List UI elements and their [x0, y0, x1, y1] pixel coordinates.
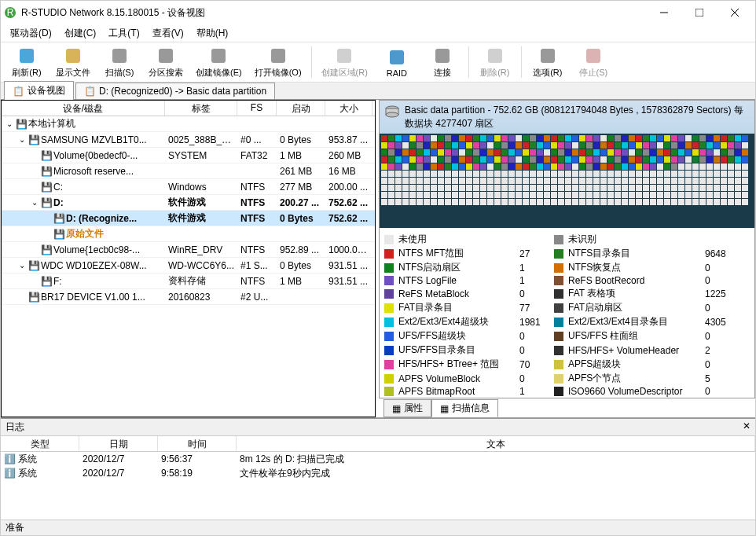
node-name: C:: [53, 182, 63, 193]
log-col-time[interactable]: 时间: [158, 436, 237, 451]
info-icon: ℹ️: [4, 468, 16, 479]
svg-rect-10: [211, 49, 226, 63]
tool-raid[interactable]: RAID: [376, 46, 418, 79]
col-device[interactable]: 设备/磁盘: [2, 101, 165, 116]
svg-point-20: [386, 112, 398, 117]
tree-row[interactable]: ⌄💾WDC WD10EZEX-08W...WD-WCC6Y6...#1 S...…: [2, 258, 375, 274]
svg-rect-3: [695, 9, 703, 17]
tool-label: 分区搜索: [149, 67, 183, 79]
partition-header: Basic data partition - 752.62 GB (808121…: [380, 101, 754, 134]
tool-scan[interactable]: 扫描(S): [98, 44, 141, 80]
cell-fs: NTFS: [237, 213, 277, 224]
legend-swatch: [554, 263, 563, 273]
col-fs[interactable]: FS: [237, 101, 277, 116]
tool-label: 创建镜像(E): [196, 67, 242, 79]
tool-folder[interactable]: 显示文件: [51, 44, 95, 80]
disk-icon: 💾: [28, 292, 39, 303]
tree-row[interactable]: 💾D: (Recognize...软件游戏NTFS0 Bytes752.62 .…: [2, 211, 375, 226]
tree-row[interactable]: ⌄💾SAMSUNG MZVLB1T0...0025_388B_9...#0 ..…: [2, 132, 375, 148]
menu-2[interactable]: 工具(T): [102, 25, 145, 42]
legend-swatch: [554, 318, 563, 327]
tab-1[interactable]: 📋D: (Recognized0) -> Basic data partitio…: [75, 83, 275, 99]
folder-icon: [63, 46, 83, 66]
legend-name: APFS VolumeBlock: [398, 373, 516, 384]
document-tabs: 📋设备视图📋D: (Recognized0) -> Basic data par…: [1, 83, 755, 100]
scan-map[interactable]: [380, 134, 754, 228]
tab-label: 设备视图: [28, 84, 65, 97]
col-start[interactable]: 启动: [277, 101, 325, 116]
log-header: 类型 日期 时间 文本: [1, 436, 755, 452]
node-name: 原始文件: [66, 227, 104, 240]
maximize-button[interactable]: [681, 2, 717, 24]
legend-swatch: [384, 276, 394, 285]
col-label[interactable]: 标签: [165, 101, 237, 116]
legend-value: 1: [519, 262, 551, 274]
log-row[interactable]: ℹ️ 系统2020/12/79:56:378m 12s 的 D: 扫描已完成: [1, 452, 755, 466]
log-col-date[interactable]: 日期: [79, 436, 158, 451]
menu-3[interactable]: 查看(V): [146, 25, 190, 42]
menu-4[interactable]: 帮助(H): [190, 25, 235, 42]
tool-image-create[interactable]: 创建镜像(E): [191, 44, 247, 80]
tree-row[interactable]: 💾Volume{0bedecf0-...SYSTEMFAT321 MB260 M…: [2, 148, 375, 163]
expander-icon[interactable]: ⌄: [17, 135, 27, 144]
legend-name: 未使用: [398, 233, 516, 246]
log-col-type[interactable]: 类型: [1, 436, 79, 451]
tree-row[interactable]: ⌄💾本地计算机: [2, 116, 375, 132]
cell-lbl: 软件游戏: [165, 196, 237, 209]
menu-1[interactable]: 创建(C): [58, 25, 103, 42]
legend-name: NTFS启动扇区: [398, 261, 516, 274]
legend-value: 1225: [705, 288, 736, 299]
svg-rect-9: [159, 49, 173, 63]
legend-swatch: [554, 374, 563, 384]
tree-body[interactable]: ⌄💾本地计算机⌄💾SAMSUNG MZVLB1T0...0025_388B_9.…: [2, 116, 375, 417]
cell-st: 0 Bytes: [277, 260, 325, 271]
legend-swatch: [554, 249, 563, 259]
log-body[interactable]: ℹ️ 系统2020/12/79:56:378m 12s 的 D: 扫描已完成ℹ️…: [1, 452, 755, 519]
menu-0[interactable]: 驱动器(D): [4, 25, 58, 42]
scan-icon: ▦: [440, 403, 449, 414]
log-row[interactable]: ℹ️ 系统2020/12/79:58:19文件枚举在9秒内完成: [1, 466, 755, 480]
node-name: D: (Recognize...: [66, 213, 137, 224]
legend-name: 未识别: [568, 233, 702, 246]
minimize-button[interactable]: [646, 2, 681, 24]
col-size[interactable]: 大小: [325, 101, 372, 116]
tool-connect[interactable]: 连接: [421, 44, 464, 80]
right-panel: Basic data partition - 752.62 GB (808121…: [379, 100, 755, 417]
legend-value: 0: [705, 386, 736, 397]
window-title: R-STUDIO Network 8.15.180015 - 设备视图: [21, 6, 646, 20]
node-name: D:: [53, 197, 64, 208]
tree-row[interactable]: 💾Volume{1ecb0c98-...WinRE_DRVNTFS952.89 …: [2, 242, 375, 258]
legend-value: 0: [705, 331, 736, 342]
expander-icon[interactable]: ⌄: [30, 198, 39, 207]
cell-lbl: SYSTEM: [165, 150, 237, 161]
node-name: BR17 DEVICE V1.00 1...: [41, 292, 145, 303]
tool-image-open[interactable]: 打开镜像(O): [250, 44, 306, 80]
tab-0[interactable]: 📋设备视图: [4, 81, 74, 100]
tool-partition[interactable]: 分区搜索: [144, 44, 188, 80]
legend-name: HFS/HFS+ BTree+ 范围: [398, 358, 516, 371]
tool-refresh[interactable]: 刷新(R): [6, 44, 48, 80]
expander-icon[interactable]: ⌄: [5, 119, 14, 128]
tool-options[interactable]: 选项(R): [527, 44, 569, 80]
legend-name: APFS超级块: [568, 358, 702, 371]
log-close-icon[interactable]: ✕: [743, 420, 750, 434]
node-name: 本地计算机: [28, 117, 75, 130]
tree-row[interactable]: 💾BR17 DEVICE V1.00 1...20160823#2 U...: [2, 289, 375, 305]
rtab-props[interactable]: ▦属性: [384, 399, 431, 417]
tree-row[interactable]: 💾F:资料存储NTFS1 MB931.51 ...: [2, 274, 375, 289]
tree-row[interactable]: 💾Microsoft reserve...261 MB16 MB: [2, 163, 375, 179]
legend-value: 9648: [705, 248, 736, 259]
connect-icon: [432, 46, 453, 66]
log-col-text[interactable]: 文本: [237, 436, 755, 451]
legend-value: 0: [519, 373, 551, 384]
tree-row[interactable]: 💾C:WindowsNTFS277 MB200.00 ...: [2, 179, 375, 195]
expander-icon[interactable]: ⌄: [17, 261, 27, 270]
svg-rect-7: [66, 49, 80, 63]
legend-name: UFS/FFS超级块: [398, 329, 516, 343]
legend-value: 0: [705, 359, 736, 370]
tree-row[interactable]: 💾原始文件: [2, 226, 375, 242]
tree-row[interactable]: ⌄💾D:软件游戏NTFS200.27 ...752.62 ...: [2, 195, 375, 211]
rtab-scan[interactable]: ▦扫描信息: [431, 399, 498, 417]
close-button[interactable]: [717, 2, 752, 24]
device-tree-panel: 设备/磁盘 标签 FS 启动 大小 ⌄💾本地计算机⌄💾SAMSUNG MZVLB…: [1, 100, 376, 417]
